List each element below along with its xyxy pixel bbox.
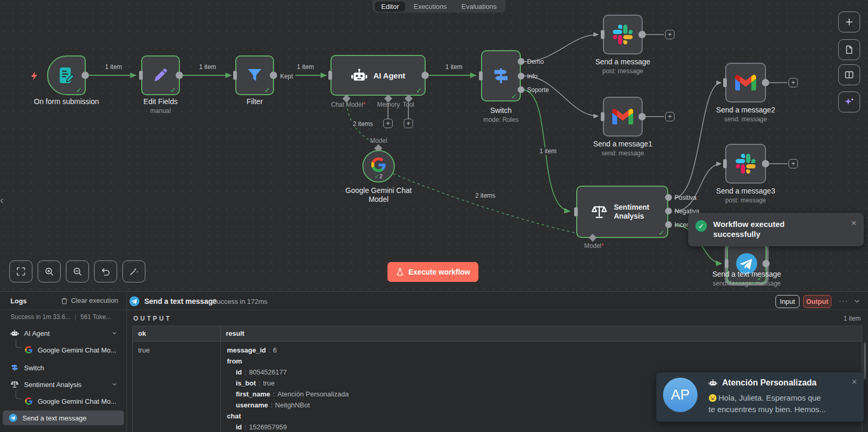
output-connector[interactable]: [638, 113, 646, 120]
node-send-a-message3[interactable]: [725, 144, 766, 184]
output-connector-soporte[interactable]: [518, 86, 524, 93]
log-row-switch[interactable]: Switch: [0, 360, 127, 375]
chevron-down-icon[interactable]: [111, 330, 118, 336]
ai-assistant-button[interactable]: [838, 92, 860, 112]
node-filter[interactable]: [235, 55, 274, 95]
input-connector[interactable]: [723, 160, 727, 168]
output-connector[interactable]: [421, 72, 429, 79]
input-connector[interactable]: [328, 71, 332, 80]
flask-icon: [396, 268, 404, 276]
log-row-sentiment-analysis[interactable]: Sentiment Analysis: [0, 377, 127, 392]
add-node-button[interactable]: +: [789, 159, 798, 168]
output-connector[interactable]: [270, 72, 277, 79]
close-icon[interactable]: ×: [851, 377, 857, 388]
node-google-gemini-chat-model[interactable]: ✓2: [362, 150, 395, 183]
token-count: 561 Toke...: [81, 313, 111, 321]
telegram-notification-popup[interactable]: AP Atención Personalizada × Hola, Juliet…: [656, 372, 864, 422]
output-connector-info[interactable]: [518, 73, 524, 79]
json-value: 1526957959: [249, 423, 287, 431]
add-node-button[interactable]: +: [665, 30, 675, 39]
edge-branch-label-kept: Kept: [278, 73, 295, 80]
zoom-out-button[interactable]: [66, 260, 89, 282]
clear-execution-button[interactable]: Clear execution: [61, 297, 118, 304]
input-tab-button[interactable]: Input: [775, 295, 800, 308]
tab-evaluations[interactable]: Evaluations: [455, 2, 503, 12]
workflow-executed-toast: ✓ Workflow executedsuccessfully ×: [688, 213, 864, 246]
output-connector-positiva[interactable]: [665, 194, 672, 201]
log-row-ai-agent[interactable]: AI Agent: [0, 326, 127, 340]
node-send-a-message2[interactable]: [725, 63, 766, 103]
item-count: 1 item: [843, 315, 861, 322]
close-icon[interactable]: ×: [851, 218, 856, 229]
input-connector[interactable]: [479, 72, 483, 81]
output-connector-negativa[interactable]: [665, 208, 672, 214]
json-value: 6: [273, 346, 277, 354]
success-check-icon: ✓: [695, 220, 707, 232]
add-node-panel-button[interactable]: [838, 12, 860, 32]
input-connector[interactable]: [574, 208, 578, 217]
output-connector[interactable]: [762, 160, 769, 167]
output-connector-incer[interactable]: [665, 221, 672, 228]
output-connector[interactable]: [762, 79, 769, 86]
output-connector[interactable]: [638, 31, 646, 38]
slack-icon: [613, 25, 633, 44]
result-row: from: [227, 357, 242, 365]
node-ai-agent[interactable]: AI Agent: [330, 55, 426, 96]
collapse-chevron-icon[interactable]: ‹: [0, 195, 4, 205]
add-node-button[interactable]: +: [665, 112, 675, 121]
output-connector[interactable]: [82, 72, 89, 79]
node-subtitle: mode: Rules: [483, 116, 518, 123]
output-connector-demo[interactable]: [518, 58, 524, 65]
output-connector[interactable]: [176, 72, 183, 79]
signpost-icon: [10, 363, 19, 372]
clear-execution-label: Clear execution: [71, 297, 118, 304]
required-marker: *: [363, 101, 366, 108]
chevron-down-icon[interactable]: [111, 381, 118, 388]
input-connector[interactable]: [601, 112, 604, 121]
add-node-button[interactable]: +: [789, 78, 798, 87]
execute-workflow-button[interactable]: Execute workflow: [387, 262, 478, 282]
json-key: message_id: [227, 346, 266, 354]
node-sentiment-analysis[interactable]: Sentiment Analysis: [576, 186, 668, 238]
sticky-note-button[interactable]: [838, 39, 860, 60]
chevron-down-icon[interactable]: [853, 298, 861, 305]
tree-elbow: [16, 391, 22, 399]
scrollbar-thumb[interactable]: [864, 343, 866, 379]
input-connector[interactable]: [233, 71, 237, 80]
input-connector[interactable]: [725, 259, 728, 268]
log-row-label: Send a text message: [22, 414, 86, 422]
column-divider: [220, 326, 221, 432]
output-tab-button[interactable]: Output: [803, 295, 831, 308]
log-row-label: AI Agent: [24, 329, 50, 337]
trigger-bolt-icon: [29, 71, 40, 81]
execution-time: Success in 1m 33.6...: [10, 313, 71, 321]
tab-executions[interactable]: Executions: [407, 2, 453, 12]
more-options-icon[interactable]: [839, 296, 848, 305]
input-connector[interactable]: [601, 30, 604, 39]
tab-editor[interactable]: Editor: [375, 2, 405, 12]
toggle-panel-button[interactable]: [838, 64, 860, 85]
node-switch[interactable]: [481, 50, 521, 101]
json-separator: :: [270, 401, 272, 409]
smiley-icon: [709, 394, 717, 402]
undo-button[interactable]: [94, 260, 117, 282]
node-send-a-message[interactable]: [603, 15, 643, 54]
add-tool-button[interactable]: +: [404, 119, 413, 128]
separator: |: [75, 313, 76, 321]
add-memory-button[interactable]: +: [383, 119, 393, 128]
output-connector[interactable]: [762, 260, 770, 267]
input-connector[interactable]: [139, 71, 143, 80]
zoom-to-fit-button[interactable]: [9, 260, 32, 282]
log-row-gemini-2[interactable]: Google Gemini Chat Mo...: [0, 394, 127, 408]
zoom-in-button[interactable]: [38, 260, 61, 282]
log-row-gemini-1[interactable]: Google Gemini Chat Mo...: [0, 343, 127, 357]
fit-view-icon: [16, 266, 26, 277]
edge-label: 1 item: [443, 63, 465, 71]
input-connector[interactable]: [723, 78, 727, 87]
column-header-result: result: [226, 329, 244, 337]
node-on-form-submission[interactable]: [47, 55, 86, 95]
node-edit-fields[interactable]: [141, 55, 180, 95]
tidy-up-button[interactable]: [122, 260, 145, 282]
log-row-send-a-text-message[interactable]: Send a text message: [3, 411, 124, 425]
node-send-a-message1[interactable]: [603, 97, 643, 137]
